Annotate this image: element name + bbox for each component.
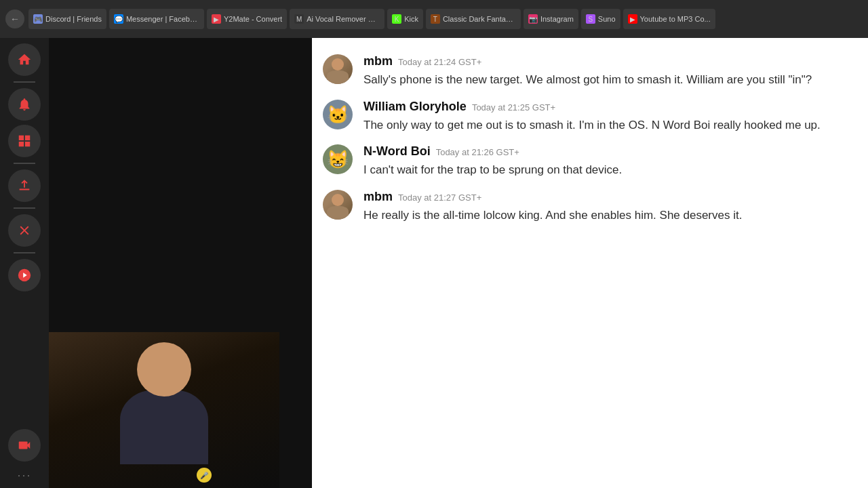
message-text-msg1: Sally's phone is the new target. We almo… bbox=[363, 71, 857, 89]
message-group-msg4: mbmToday at 21:27 GST+He really is the a… bbox=[312, 184, 868, 230]
back-button[interactable]: ← bbox=[5, 9, 24, 28]
tab-label-darkfantasy: Classic Dark Fantasy... bbox=[443, 15, 516, 23]
more-options[interactable]: ··· bbox=[17, 468, 31, 483]
avatar-msg4 bbox=[323, 190, 353, 220]
tab-label-aivocal: Ai Vocal Remover Fr... bbox=[307, 15, 380, 23]
tab-favicon-instagram: 📷 bbox=[528, 14, 538, 24]
person-body bbox=[120, 390, 208, 464]
tab-favicon-darkfantasy: T bbox=[431, 14, 440, 24]
username-msg3: N-Word Boi bbox=[363, 144, 431, 159]
sidebar-grid-icon[interactable] bbox=[8, 125, 41, 157]
browser-tab-kick[interactable]: KKick bbox=[387, 9, 423, 29]
message-header-msg4: mbmToday at 21:27 GST+ bbox=[363, 190, 857, 204]
person-figure bbox=[103, 342, 225, 478]
mic-indicator: 🎤 bbox=[197, 468, 212, 483]
message-group-msg3: 😸N-Word BoiToday at 21:26 GST+I can't wa… bbox=[312, 139, 868, 184]
tab-label-youtube: Youtube to MP3 Co... bbox=[640, 15, 711, 23]
message-content-msg2: William GloryholeToday at 21:25 GST+The … bbox=[363, 100, 857, 134]
browser-tab-messenger[interactable]: 💬Messenger | Facebo... bbox=[109, 9, 204, 29]
browser-tab-instagram[interactable]: 📷Instagram bbox=[524, 9, 578, 29]
message-group-msg1: mbmToday at 21:24 GST+Sally's phone is t… bbox=[312, 49, 868, 94]
tab-label-kick: Kick bbox=[404, 15, 418, 23]
sidebar-close-icon[interactable] bbox=[8, 214, 41, 247]
sidebar-upload-icon[interactable] bbox=[8, 169, 41, 202]
tab-favicon-aivocal: M bbox=[294, 14, 304, 24]
content-area: 🎤 mbmToday at 21:24 GST+Sally's phone is… bbox=[49, 38, 868, 488]
message-header-msg2: William GloryholeToday at 21:25 GST+ bbox=[363, 100, 857, 114]
tab-favicon-messenger: 💬 bbox=[114, 14, 123, 24]
avatar-msg2: 🐱 bbox=[323, 100, 353, 129]
person-head bbox=[137, 342, 191, 396]
browser-tab-youtube[interactable]: ▶Youtube to MP3 Co... bbox=[623, 9, 715, 29]
main-layout: ··· 🎤 mbmToday at 21:24 GST+Sally's phon… bbox=[0, 38, 868, 488]
sidebar-camera-icon[interactable] bbox=[8, 429, 41, 462]
tab-label-discord: Discord | Friends bbox=[45, 15, 102, 23]
sidebar-bell-icon[interactable] bbox=[8, 88, 41, 121]
tab-label-suno: Suno bbox=[598, 15, 616, 23]
message-content-msg4: mbmToday at 21:27 GST+He really is the a… bbox=[363, 190, 857, 224]
username-msg1: mbm bbox=[363, 54, 393, 68]
timestamp-msg3: Today at 21:26 GST+ bbox=[436, 147, 519, 157]
tab-favicon-kick: K bbox=[392, 14, 401, 24]
browser-tab-aivocal[interactable]: MAi Vocal Remover Fr... bbox=[290, 9, 384, 29]
message-header-msg3: N-Word BoiToday at 21:26 GST+ bbox=[363, 144, 857, 159]
avatar-msg3: 😸 bbox=[323, 144, 353, 174]
discord-sidebar: ··· bbox=[0, 38, 49, 488]
avatar-msg1 bbox=[323, 54, 353, 84]
sidebar-divider-4 bbox=[14, 252, 35, 253]
sidebar-divider-3 bbox=[14, 207, 35, 209]
tab-favicon-discord: 🎮 bbox=[33, 14, 43, 24]
browser-tab-y2mate[interactable]: ▶Y2Mate - Convert bbox=[207, 9, 287, 29]
browser-tab-discord[interactable]: 🎮Discord | Friends bbox=[28, 9, 106, 29]
username-msg4: mbm bbox=[363, 190, 393, 204]
message-content-msg1: mbmToday at 21:24 GST+Sally's phone is t… bbox=[363, 54, 857, 89]
sidebar-divider-1 bbox=[14, 81, 35, 83]
message-header-msg1: mbmToday at 21:24 GST+ bbox=[363, 54, 857, 68]
tab-label-instagram: Instagram bbox=[540, 15, 574, 23]
tab-favicon-youtube: ▶ bbox=[628, 14, 637, 24]
tab-favicon-y2mate: ▶ bbox=[212, 14, 221, 24]
webcam-overlay: 🎤 bbox=[49, 332, 279, 488]
tab-label-messenger: Messenger | Facebo... bbox=[126, 15, 199, 23]
tab-label-y2mate: Y2Mate - Convert bbox=[224, 15, 282, 23]
sidebar-play-icon[interactable] bbox=[8, 259, 41, 291]
message-content-msg3: N-Word BoiToday at 21:26 GST+I can't wai… bbox=[363, 144, 857, 179]
tab-favicon-suno: S bbox=[586, 14, 595, 24]
discord-chat-panel: mbmToday at 21:24 GST+Sally's phone is t… bbox=[312, 38, 868, 488]
browser-tab-darkfantasy[interactable]: TClassic Dark Fantasy... bbox=[426, 9, 521, 29]
timestamp-msg2: Today at 21:25 GST+ bbox=[472, 102, 555, 113]
sidebar-divider-2 bbox=[14, 163, 35, 164]
browser-tab-suno[interactable]: SSuno bbox=[581, 9, 620, 29]
sidebar-home-icon[interactable] bbox=[8, 43, 41, 76]
username-msg2: William Gloryhole bbox=[363, 100, 467, 114]
timestamp-msg1: Today at 21:24 GST+ bbox=[398, 57, 481, 67]
message-group-msg2: 🐱William GloryholeToday at 21:25 GST+The… bbox=[312, 94, 868, 140]
message-text-msg3: I can't wait for the trap to be sprung o… bbox=[363, 161, 857, 179]
message-text-msg2: The only way to get me out is to smash i… bbox=[363, 117, 857, 134]
browser-bar: ← 🎮Discord | Friends💬Messenger | Facebo.… bbox=[0, 0, 868, 38]
timestamp-msg4: Today at 21:27 GST+ bbox=[398, 192, 481, 203]
webcam-video: 🎤 bbox=[49, 332, 279, 488]
message-text-msg4: He really is the all-time lolcow king. A… bbox=[363, 207, 857, 224]
